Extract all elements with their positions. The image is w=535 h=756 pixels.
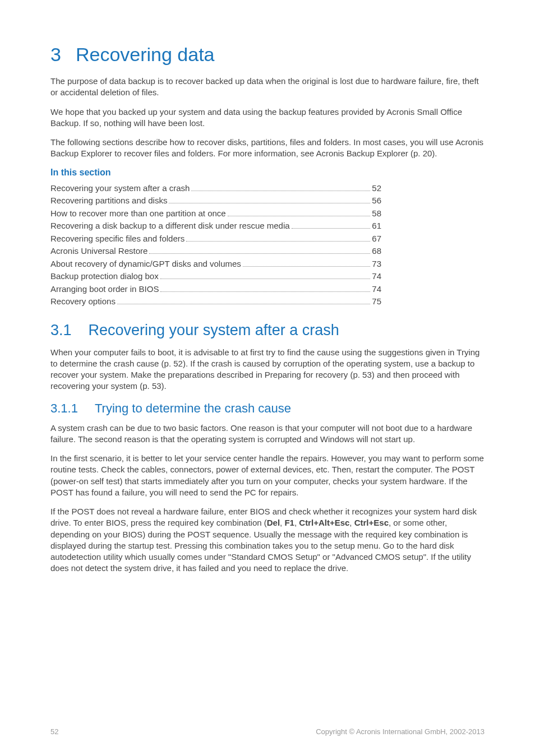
- subsection-heading: 3.1.1Trying to determine the crash cause: [50, 401, 485, 416]
- subsection-title: Trying to determine the crash cause: [95, 401, 291, 415]
- toc-label: About recovery of dynamic/GPT disks and …: [50, 258, 241, 271]
- toc-dots: [160, 279, 371, 279]
- footer-copyright: Copyright © Acronis International GmbH, …: [316, 727, 485, 736]
- subsection-number: 3.1.1: [50, 401, 78, 416]
- toc-page: 74: [372, 283, 381, 296]
- in-this-section-heading: In this section: [50, 168, 485, 178]
- toc-row: Backup protection dialog box 74: [50, 270, 381, 283]
- toc-row: Arranging boot order in BIOS 74: [50, 283, 381, 296]
- toc-label: Recovering a disk backup to a different …: [50, 220, 290, 233]
- toc-page: 58: [372, 207, 381, 220]
- toc-row: Recovering partitions and disks 56: [50, 194, 381, 207]
- toc-page: 52: [372, 182, 381, 195]
- toc-row: Acronis Universal Restore 68: [50, 245, 381, 258]
- toc-dots: [292, 228, 371, 229]
- toc-dots: [186, 241, 370, 242]
- chapter-number: 3: [50, 44, 61, 66]
- toc-label: Recovering your system after a crash: [50, 182, 190, 195]
- toc-dots: [117, 304, 370, 304]
- key-del: Del: [267, 518, 280, 527]
- toc-label: Acronis Universal Restore: [50, 245, 147, 258]
- section-body: When your computer fails to boot, it is …: [50, 347, 485, 392]
- key-ctrl-alt-esc: Ctrl+Alt+Esc: [299, 518, 349, 527]
- toc-row: Recovery options 75: [50, 295, 381, 308]
- toc-label: Recovery options: [50, 295, 116, 308]
- key-f1: F1: [284, 518, 294, 527]
- footer-page-number: 52: [50, 727, 58, 736]
- toc-row: About recovery of dynamic/GPT disks and …: [50, 258, 381, 271]
- toc-label: Recovering specific files and folders: [50, 233, 185, 245]
- intro-paragraph-2: We hope that you backed up your system a…: [50, 106, 485, 129]
- toc-label: Recovering partitions and disks: [50, 194, 167, 207]
- p3-sep3: ,: [349, 518, 354, 527]
- toc-label: How to recover more than one partition a…: [50, 207, 226, 220]
- toc-page: 74: [372, 270, 381, 283]
- toc-dots: [149, 253, 370, 254]
- subsection-paragraph-2: In the first scenario, it is better to l…: [50, 453, 485, 498]
- page-footer: 52 Copyright © Acronis International Gmb…: [50, 727, 485, 736]
- section-number: 3.1: [50, 322, 72, 339]
- toc-row: How to recover more than one partition a…: [50, 207, 381, 220]
- section-title: Recovering your system after a crash: [89, 322, 339, 338]
- toc-page: 67: [372, 233, 381, 245]
- toc-label: Arranging boot order in BIOS: [50, 283, 159, 296]
- toc-dots: [243, 266, 370, 267]
- toc-page: 61: [372, 220, 381, 233]
- toc-row: Recovering a disk backup to a different …: [50, 220, 381, 233]
- intro-paragraph-1: The purpose of data backup is to recover…: [50, 76, 485, 99]
- key-ctrl-esc: Ctrl+Esc: [354, 518, 389, 527]
- table-of-contents: Recovering your system after a crash 52 …: [50, 182, 381, 308]
- intro-paragraph-3: The following sections describe how to r…: [50, 137, 485, 160]
- toc-dots: [228, 216, 371, 216]
- toc-page: 75: [372, 295, 381, 308]
- subsection-paragraph-3: If the POST does not reveal a hardware f…: [50, 506, 485, 574]
- toc-dots: [191, 191, 370, 191]
- chapter-title: Recovering data: [76, 44, 215, 65]
- toc-row: Recovering your system after a crash 52: [50, 182, 381, 195]
- toc-label: Backup protection dialog box: [50, 270, 159, 283]
- toc-row: Recovering specific files and folders 67: [50, 233, 381, 245]
- toc-dots: [169, 203, 370, 203]
- chapter-heading: 3Recovering data: [50, 44, 485, 66]
- toc-page: 56: [372, 194, 381, 207]
- section-heading: 3.1Recovering your system after a crash: [50, 322, 485, 339]
- subsection-paragraph-1: A system crash can be due to two basic f…: [50, 423, 485, 446]
- toc-page: 68: [372, 245, 381, 258]
- toc-dots: [160, 291, 370, 292]
- toc-page: 73: [372, 258, 381, 271]
